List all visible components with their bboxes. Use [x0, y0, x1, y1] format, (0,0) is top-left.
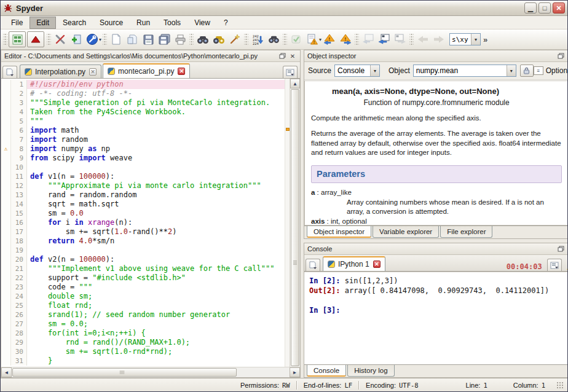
spyder-config-icon[interactable]	[84, 31, 100, 47]
code-text[interactable]: support = "#include <stdlib.h>"	[27, 273, 285, 283]
inspector-float-icon[interactable]	[556, 52, 565, 60]
code-text[interactable]: import numpy as np	[27, 144, 285, 154]
minimize-button[interactable]: ▁	[524, 2, 537, 14]
save-all-icon[interactable]	[156, 31, 172, 47]
previous-warning-icon[interactable]: !	[321, 31, 337, 47]
toolbar-handle[interactable]	[189, 33, 194, 46]
code-text[interactable]: def v1(n = 100000):	[27, 172, 285, 181]
editor-vertical-scrollbar[interactable]: ▲	[290, 79, 300, 367]
menu-tools[interactable]: Tools	[157, 17, 187, 29]
toolbar-handle[interactable]	[103, 33, 107, 46]
source-combo[interactable]: Console ▾	[334, 65, 380, 77]
code-line[interactable]: 29 rnd = rand()/(RAND_MAX+1.0);	[1, 338, 285, 347]
menu-edit[interactable]: Edit	[30, 17, 56, 29]
code-text[interactable]: rnd = rand()/(RAND_MAX+1.0);	[27, 338, 285, 347]
inspector-options-button[interactable]: ≡ Options ▾	[534, 66, 568, 75]
console-options-icon[interactable]	[547, 259, 562, 271]
code-text[interactable]: import math	[27, 126, 285, 135]
code-text[interactable]	[27, 163, 285, 172]
code-line[interactable]: 17 sm += sqrt(1.0-rand()**2)	[1, 227, 285, 237]
code-line[interactable]: 20def v2(n = 100000):	[1, 255, 285, 264]
code-line[interactable]: 15 sm = 0.0	[1, 209, 285, 218]
maximize-pane-icon[interactable]	[27, 31, 44, 47]
code-line[interactable]: 9from scipy import weave	[1, 154, 285, 163]
save-icon[interactable]	[140, 31, 156, 47]
source-dropdown-icon[interactable]: ▾	[370, 65, 379, 76]
tab-ipython-1[interactable]: IPython 1 ✕	[323, 256, 385, 271]
code-line[interactable]: 12 """Approximate pi via monte carlo int…	[1, 181, 285, 190]
code-line[interactable]: 4Taken from the Py4Science Workbook.	[1, 108, 285, 117]
tools-icon[interactable]	[52, 31, 68, 47]
code-text[interactable]: # -*- coding: utf-8 -*-	[27, 89, 285, 98]
code-text[interactable]: from scipy import weave	[27, 154, 285, 163]
tab-montecarlo-pi-py[interactable]: montecarlo_pi.py✕	[103, 63, 190, 78]
close-tab-icon[interactable]: ✕	[89, 68, 97, 76]
toolbar-handle[interactable]	[244, 33, 248, 46]
code-text[interactable]: code = """	[27, 283, 285, 292]
find-in-files-icon[interactable]	[211, 31, 227, 47]
code-text[interactable]: srand(1); // seed random number generato…	[27, 310, 285, 319]
code-line[interactable]: 2# -*- coding: utf-8 -*-	[1, 89, 285, 98]
code-text[interactable]: #!/usr/bin/env python	[27, 80, 285, 89]
code-line[interactable]: 13 rand = random.random	[1, 190, 285, 200]
code-text[interactable]: import random	[27, 135, 285, 144]
code-line[interactable]: 22 support = "#include <stdlib.h>"	[1, 273, 285, 283]
code-text[interactable]	[27, 246, 285, 255]
code-line[interactable]: 25 float rnd;	[1, 301, 285, 310]
search-dropdown-icon[interactable]: ▾	[471, 34, 480, 45]
code-line[interactable]: 10	[1, 163, 285, 172]
code-line[interactable]: 24 double sm;	[1, 292, 285, 301]
close-tab-icon[interactable]: ✕	[373, 261, 381, 268]
code-line[interactable]: 31 }	[1, 356, 285, 366]
code-line[interactable]: 26 srand(1); // seed random number gener…	[1, 310, 285, 319]
code-text[interactable]: sm += sqrt(1.0-rnd*rnd);	[27, 347, 285, 356]
menu-help[interactable]: ?	[217, 17, 235, 29]
print-icon[interactable]	[172, 31, 188, 47]
code-text[interactable]: sm = 0.0;	[27, 319, 285, 329]
code-text[interactable]: Taken from the Py4Science Workbook.	[27, 108, 285, 117]
code-text[interactable]: for(int i=0;i<n;++i) {	[27, 329, 285, 338]
lock-icon[interactable]	[520, 65, 534, 77]
menu-view[interactable]: View	[187, 17, 217, 29]
title-bar[interactable]: Spyder ▁ □ ✕	[1, 1, 567, 16]
console-line[interactable]: Out[2]: array([ 0.84147098, 0.90929743, …	[309, 286, 568, 296]
editor-vscroll-thumb[interactable]	[291, 89, 299, 366]
console-line[interactable]	[309, 296, 568, 305]
toolbar-handle[interactable]	[3, 33, 7, 46]
replace-icon[interactable]	[227, 31, 243, 47]
find-symbol-icon[interactable]	[266, 31, 282, 47]
code-line[interactable]: 14 sqrt = math.sqrt	[1, 200, 285, 209]
code-text[interactable]: return 4.0*sm/n	[27, 237, 285, 246]
code-text[interactable]: double sm;	[27, 292, 285, 301]
scroll-up-icon[interactable]: ▲	[290, 79, 300, 88]
tab-variable-explorer[interactable]: Variable explorer	[373, 226, 439, 238]
object-value[interactable]: numpy.mean	[414, 66, 507, 75]
console-output[interactable]: In [2]: sin([1,2,3])Out[2]: array([ 0.84…	[304, 272, 568, 364]
code-text[interactable]: for i in xrange(n):	[27, 218, 285, 227]
console-prev-icon[interactable]	[376, 31, 392, 47]
hscroll-track[interactable]	[237, 367, 290, 377]
menu-source[interactable]: Source	[93, 17, 130, 29]
code-line[interactable]: ⚠8import numpy as np	[1, 144, 285, 154]
code-text[interactable]: sm = 0.0	[27, 209, 285, 218]
editor-close-icon[interactable]: ✕	[288, 52, 297, 60]
console-line[interactable]: In [2]: sin([1,2,3])	[309, 276, 568, 286]
add-doc-icon[interactable]	[68, 31, 84, 47]
code-lines[interactable]: 1#!/usr/bin/env python2# -*- coding: utf…	[1, 79, 285, 367]
code-line[interactable]: 16 for i in xrange(n):	[1, 218, 285, 227]
resize-grip[interactable]	[556, 382, 564, 389]
code-text[interactable]: def v2(n = 100000):	[27, 255, 285, 264]
editor-file-switcher-icon[interactable]	[2, 66, 17, 78]
find-icon[interactable]	[195, 31, 211, 47]
code-line[interactable]: 7import random	[1, 135, 285, 144]
warning-flag-marker[interactable]	[286, 128, 290, 131]
tab-interpolation-py[interactable]: Interpolation.py✕	[20, 65, 101, 78]
console-float-icon[interactable]	[556, 245, 565, 253]
code-line[interactable]: 21 """Implement v1 above using weave for…	[1, 264, 285, 273]
console-switcher-icon[interactable]	[306, 259, 320, 271]
close-button[interactable]: ✕	[553, 2, 565, 14]
code-line[interactable]: 19	[1, 246, 285, 255]
object-combo[interactable]: numpy.mean ▾	[413, 65, 516, 77]
tab-object-inspector[interactable]: Object inspector	[307, 226, 371, 238]
toolbar-search-value[interactable]: s\xy	[450, 36, 471, 44]
